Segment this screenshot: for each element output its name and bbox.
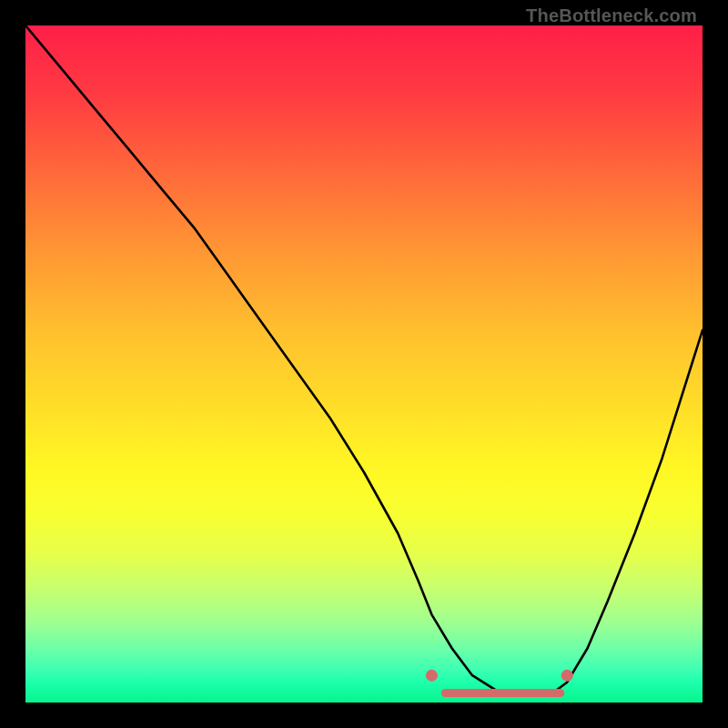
chart-frame: TheBottleneck.com: [0, 0, 728, 728]
flat-marker-right: [561, 670, 573, 682]
flat-marker-left: [426, 670, 438, 682]
chart-svg: [25, 25, 703, 703]
chart-plot-area: [25, 25, 703, 703]
watermark-text: TheBottleneck.com: [526, 5, 697, 26]
bottleneck-curve: [25, 25, 703, 694]
